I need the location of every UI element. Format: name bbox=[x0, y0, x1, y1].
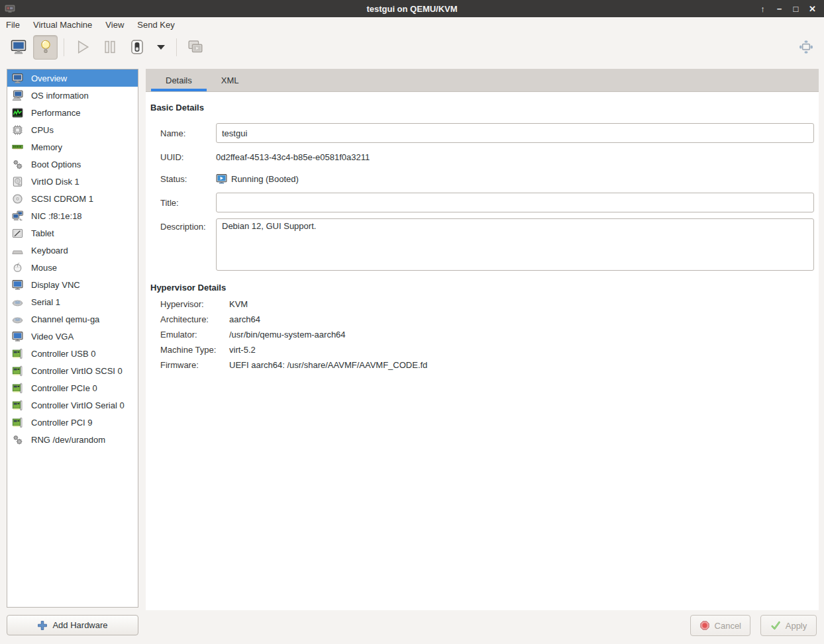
show-hardware-details-button[interactable] bbox=[33, 35, 58, 60]
sidebar-item-serial-1[interactable]: Serial 1 bbox=[7, 293, 138, 310]
gears-icon bbox=[12, 159, 23, 170]
sidebar-item-memory[interactable]: Memory bbox=[7, 138, 138, 156]
toolbar-separator bbox=[64, 38, 64, 56]
plus-icon bbox=[37, 620, 48, 631]
menu-virtual-machine[interactable]: Virtual Machine bbox=[26, 18, 99, 32]
sidebar-item-tablet[interactable]: Tablet bbox=[7, 224, 138, 242]
tab-xml[interactable]: XML bbox=[207, 69, 254, 91]
sidebar-item-virtio-disk-1[interactable]: VirtIO Disk 1 bbox=[7, 173, 138, 190]
minimize-icon: − bbox=[777, 4, 782, 14]
consoles-button[interactable] bbox=[183, 35, 207, 60]
shutdown-button[interactable] bbox=[125, 35, 149, 60]
sidebar-item-os-information[interactable]: OS information bbox=[7, 87, 138, 104]
description-label: Description: bbox=[160, 218, 216, 232]
check-icon bbox=[770, 620, 781, 631]
sidebar-item-controller-pcie-0[interactable]: Controller PCIe 0 bbox=[7, 379, 138, 396]
tab-details[interactable]: Details bbox=[151, 69, 207, 91]
machine-type-value: virt-5.2 bbox=[229, 345, 816, 355]
hypervisor-details-form: Hypervisor: KVM Architecture: aarch64 Em… bbox=[160, 299, 816, 370]
sidebar-item-display-vnc[interactable]: Display VNC bbox=[7, 276, 138, 293]
sidebar-item-nic[interactable]: NIC :f8:1e:18 bbox=[7, 207, 138, 224]
uuid-value: 0d2ffeaf-4513-43c4-b85e-e0581f0a3211 bbox=[216, 152, 814, 162]
title-row: Title: bbox=[160, 193, 814, 212]
titlebar[interactable]: testgui on QEMU/KVM ↑ − □ ✕ bbox=[0, 0, 824, 17]
minimize-button[interactable]: − bbox=[771, 0, 788, 17]
sidebar-item-cpus[interactable]: CPUs bbox=[7, 121, 138, 138]
window-controls: ↑ − □ ✕ bbox=[754, 0, 821, 17]
serial-port-icon bbox=[12, 297, 23, 308]
memory-stick-icon bbox=[12, 142, 23, 153]
machine-type-row: Machine Type: virt-5.2 bbox=[160, 345, 816, 355]
run-button[interactable] bbox=[70, 35, 95, 60]
name-label: Name: bbox=[160, 128, 216, 138]
computer-icon bbox=[12, 90, 23, 101]
sidebar-item-performance[interactable]: Performance bbox=[7, 104, 138, 121]
scale-display-button[interactable] bbox=[794, 35, 818, 60]
title-input[interactable] bbox=[216, 193, 814, 212]
firmware-row: Firmware: UEFI aarch64: /usr/share/AAVMF… bbox=[160, 360, 816, 370]
pci-card-icon bbox=[12, 383, 23, 394]
show-graphical-console-button[interactable] bbox=[6, 35, 30, 60]
caret-down-icon bbox=[157, 45, 165, 50]
gears-icon bbox=[12, 434, 23, 445]
display-icon bbox=[12, 331, 23, 342]
keyboard-icon bbox=[12, 245, 23, 256]
sidebar-item-controller-usb-0[interactable]: Controller USB 0 bbox=[7, 345, 138, 362]
shutdown-menu-button[interactable] bbox=[152, 35, 170, 60]
name-input[interactable] bbox=[216, 123, 814, 143]
sidebar-item-scsi-cdrom-1[interactable]: SCSI CDROM 1 bbox=[7, 190, 138, 207]
monitor-icon bbox=[12, 73, 23, 84]
tablet-pen-icon bbox=[12, 228, 23, 239]
cancel-button[interactable]: Cancel bbox=[690, 615, 750, 636]
play-icon bbox=[75, 39, 91, 55]
pci-card-icon bbox=[12, 417, 23, 428]
status-label: Status: bbox=[160, 174, 216, 184]
pause-button[interactable] bbox=[97, 35, 122, 60]
sidebar-item-channel-qemu-ga[interactable]: Channel qemu-ga bbox=[7, 310, 138, 328]
monitor-arrows-icon bbox=[798, 39, 814, 55]
emulator-row: Emulator: /usr/bin/qemu-system-aarch64 bbox=[160, 330, 816, 340]
sidebar-item-rng[interactable]: RNG /dev/urandom bbox=[7, 431, 138, 448]
sidebar-item-video-vga[interactable]: Video VGA bbox=[7, 328, 138, 345]
power-switch-icon bbox=[129, 39, 145, 55]
sidebar-item-controller-pci-9[interactable]: Controller PCI 9 bbox=[7, 414, 138, 431]
maximize-button[interactable]: □ bbox=[788, 0, 804, 17]
sidebar-item-mouse[interactable]: Mouse bbox=[7, 259, 138, 276]
mouse-icon bbox=[12, 262, 23, 273]
pci-card-icon bbox=[12, 400, 23, 411]
name-row: Name: bbox=[160, 123, 814, 143]
sidebar-item-controller-virtio-scsi-0[interactable]: Controller VirtIO SCSI 0 bbox=[7, 362, 138, 379]
architecture-value: aarch64 bbox=[229, 314, 816, 324]
window-title: testgui on QEMU/KVM bbox=[0, 4, 824, 14]
actionbar: Cancel Apply bbox=[690, 615, 817, 636]
basic-details-heading: Basic Details bbox=[150, 103, 816, 113]
status-value: Running (Booted) bbox=[216, 173, 814, 185]
add-hardware-button[interactable]: Add Hardware bbox=[7, 615, 138, 635]
description-textarea[interactable]: Debian 12, GUI Support. bbox=[216, 218, 814, 271]
display-icon bbox=[12, 279, 23, 291]
keep-above-button[interactable]: ↑ bbox=[754, 0, 771, 17]
hypervisor-details-heading: Hypervisor Details bbox=[150, 283, 816, 293]
hard-disk-icon bbox=[12, 176, 23, 187]
sidebar-item-boot-options[interactable]: Boot Options bbox=[7, 156, 138, 173]
sidebar-item-keyboard[interactable]: Keyboard bbox=[7, 242, 138, 259]
network-icon bbox=[12, 210, 23, 222]
tabbar: Details XML bbox=[146, 69, 819, 92]
menu-file[interactable]: File bbox=[0, 18, 26, 32]
details-panel: Details XML Basic Details Name: UUID: 0d… bbox=[146, 69, 819, 610]
sidebar-item-overview[interactable]: Overview bbox=[7, 69, 138, 87]
machine-type-label: Machine Type: bbox=[160, 345, 229, 355]
architecture-label: Architecture: bbox=[160, 314, 229, 324]
menu-view[interactable]: View bbox=[99, 18, 130, 32]
monitor-play-icon bbox=[216, 173, 227, 185]
sidebar-item-controller-virtio-serial-0[interactable]: Controller VirtIO Serial 0 bbox=[7, 396, 138, 414]
virt-manager-window: testgui on QEMU/KVM ↑ − □ ✕ File Virtual… bbox=[0, 0, 824, 644]
cpu-chip-icon bbox=[12, 124, 23, 136]
close-button[interactable]: ✕ bbox=[804, 0, 821, 17]
pci-card-icon bbox=[12, 365, 23, 377]
menu-send-key[interactable]: Send Key bbox=[130, 18, 181, 32]
toolbar bbox=[0, 32, 824, 62]
cancel-icon bbox=[699, 620, 710, 631]
apply-button[interactable]: Apply bbox=[760, 615, 817, 636]
architecture-row: Architecture: aarch64 bbox=[160, 314, 816, 324]
